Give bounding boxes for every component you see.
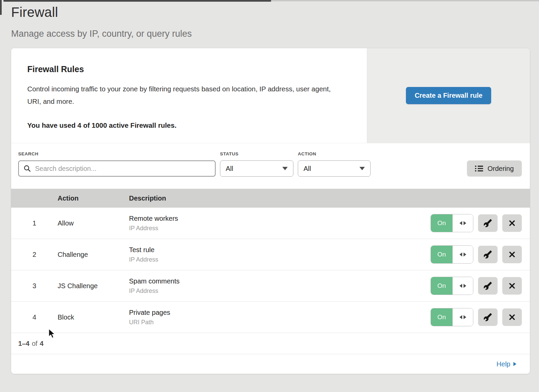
delete-rule-button[interactable] [502, 308, 522, 326]
rule-controls: On [431, 245, 530, 264]
page-title: Firewall [11, 5, 539, 20]
help-link[interactable]: Help [497, 360, 516, 368]
firewall-rules-intro: Firewall Rules Control incoming traffic … [11, 48, 367, 143]
arrow-right-icon [464, 252, 466, 257]
wrench-icon [483, 250, 492, 259]
pagination-range: 1–4 [18, 340, 29, 348]
search-input[interactable] [34, 164, 210, 173]
arrow-left-icon [459, 284, 462, 288]
status-select-value: All [226, 165, 233, 173]
action-select-value: All [304, 165, 311, 173]
edit-rule-button[interactable] [478, 246, 498, 263]
ordering-button[interactable]: Ordering [467, 160, 522, 177]
arrow-right-icon [464, 315, 466, 319]
rule-match-type: IP Address [129, 288, 431, 295]
rule-description-cell: Remote workers IP Address [129, 215, 431, 232]
firewall-rules-card: Firewall Rules Control incoming traffic … [11, 48, 530, 374]
action-label: ACTION [298, 151, 375, 156]
search-filter-group: SEARCH [18, 151, 220, 177]
rule-description-cell: Private pages URI Path [129, 309, 431, 326]
screen-edge-artifact-left [0, 0, 2, 15]
action-filter-group: ACTION All [298, 151, 375, 177]
toggle-on-label: On [431, 308, 452, 326]
toggle-on-label: On [431, 214, 452, 232]
edit-rule-button[interactable] [478, 277, 498, 295]
chevron-down-icon [282, 167, 288, 170]
wrench-icon [483, 313, 492, 322]
ordered-list-icon [475, 165, 483, 172]
rule-description-cell: Spam comments IP Address [129, 277, 431, 295]
pagination-of: of [32, 340, 37, 348]
rule-controls: On [431, 277, 530, 295]
create-firewall-rule-button[interactable]: Create a Firewall rule [406, 87, 491, 104]
toggle-handle [452, 308, 473, 326]
rule-description: Remote workers [129, 215, 431, 222]
panel-usage-count: You have used 4 of 1000 active Firewall … [27, 121, 351, 129]
rule-priority: 1 [11, 219, 58, 227]
table-row: 2 Challenge Test rule IP Address On [11, 239, 530, 270]
rule-description: Spam comments [129, 277, 431, 285]
arrow-left-icon [459, 252, 462, 257]
status-label: STATUS [220, 151, 298, 156]
column-description: Description [129, 194, 530, 202]
rule-controls: On [431, 308, 530, 326]
panel-heading: Firewall Rules [27, 64, 351, 74]
rule-description: Test rule [129, 246, 431, 254]
arrow-right-icon [513, 362, 516, 366]
arrow-left-icon [459, 221, 462, 225]
chevron-down-icon [359, 167, 365, 170]
wrench-icon [483, 281, 492, 290]
panel-description: Control incoming traffic to your zone by… [27, 83, 346, 108]
column-action: Action [58, 194, 129, 202]
x-icon [508, 250, 516, 259]
status-filter-group: STATUS All [220, 151, 298, 177]
rule-action: Allow [58, 219, 129, 227]
help-link-label: Help [497, 360, 510, 368]
rule-priority: 2 [11, 251, 58, 259]
delete-rule-button[interactable] [502, 246, 522, 263]
rule-priority: 3 [11, 282, 58, 290]
x-icon [508, 219, 516, 227]
rule-enabled-toggle[interactable]: On [431, 214, 473, 232]
screen-edge-artifact-dark [3, 0, 271, 2]
table-row: 4 Block Private pages URI Path On [11, 302, 530, 333]
rule-action: Block [58, 313, 129, 321]
delete-rule-button[interactable] [502, 214, 522, 232]
page-header: Firewall Manage access by IP, country, o… [0, 0, 539, 39]
search-icon [24, 165, 31, 172]
help-bar: Help [11, 354, 530, 374]
arrow-right-icon [464, 221, 466, 225]
edit-rule-button[interactable] [478, 214, 498, 232]
create-rule-panel: Create a Firewall rule [367, 48, 530, 143]
rule-action: JS Challenge [58, 282, 129, 290]
ordering-button-label: Ordering [487, 165, 514, 173]
wrench-icon [483, 219, 492, 228]
table-header: Action Description [11, 189, 530, 208]
rule-priority: 4 [11, 313, 58, 321]
action-select[interactable]: All [298, 160, 371, 177]
edit-rule-button[interactable] [478, 308, 498, 326]
rule-enabled-toggle[interactable]: On [431, 245, 473, 264]
toggle-on-label: On [431, 246, 452, 263]
toggle-handle [452, 246, 473, 263]
rule-description-cell: Test rule IP Address [129, 246, 431, 263]
rule-controls: On [431, 214, 530, 232]
rule-description: Private pages [129, 309, 431, 316]
arrow-left-icon [459, 315, 462, 319]
toggle-on-label: On [431, 277, 452, 295]
pagination: 1–4 of 4 [11, 333, 530, 354]
arrow-right-icon [464, 284, 466, 288]
table-row: 1 Allow Remote workers IP Address On [11, 208, 530, 239]
x-icon [508, 313, 516, 321]
status-select[interactable]: All [220, 160, 293, 177]
rule-match-type: IP Address [129, 225, 431, 232]
screen-edge-artifact-light [271, 0, 539, 1]
toggle-handle [452, 277, 473, 295]
rule-enabled-toggle[interactable]: On [431, 308, 473, 326]
rule-enabled-toggle[interactable]: On [431, 277, 473, 295]
delete-rule-button[interactable] [502, 277, 522, 295]
x-icon [508, 282, 516, 290]
page-subtitle: Manage access by IP, country, or query r… [11, 29, 539, 39]
rule-match-type: URI Path [129, 319, 431, 326]
pagination-total: 4 [40, 340, 43, 348]
